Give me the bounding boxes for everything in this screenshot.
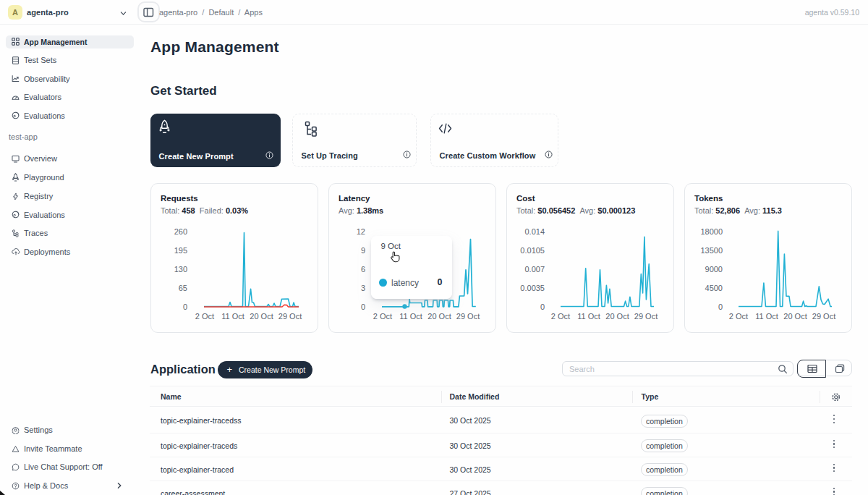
svg-text:18000: 18000 (700, 227, 723, 236)
svg-text:29 Oct: 29 Oct (278, 312, 302, 321)
svg-text:20 Oct: 20 Oct (605, 312, 629, 321)
svg-text:20 Oct: 20 Oct (427, 312, 451, 321)
svg-text:0.0105: 0.0105 (520, 246, 545, 255)
svg-text:29 Oct: 29 Oct (456, 312, 480, 321)
svg-text:11 Oct: 11 Oct (755, 312, 778, 321)
svg-text:11 Oct: 11 Oct (399, 312, 422, 321)
svg-text:0: 0 (183, 302, 187, 311)
svg-text:2 Oct: 2 Oct (195, 312, 214, 321)
svg-text:0.014: 0.014 (524, 227, 545, 236)
svg-text:13500: 13500 (700, 246, 723, 255)
svg-text:0: 0 (540, 302, 545, 311)
svg-text:20 Oct: 20 Oct (250, 312, 273, 321)
svg-text:130: 130 (174, 265, 187, 274)
svg-text:11 Oct: 11 Oct (221, 312, 244, 321)
svg-text:6: 6 (361, 265, 365, 274)
svg-text:65: 65 (179, 284, 187, 292)
svg-text:3: 3 (361, 284, 365, 292)
svg-text:260: 260 (174, 227, 187, 236)
svg-text:2 Oct: 2 Oct (373, 312, 392, 321)
svg-text:0: 0 (718, 302, 723, 311)
svg-text:0.007: 0.007 (524, 265, 545, 274)
svg-text:29 Oct: 29 Oct (634, 312, 658, 321)
svg-text:0.0035: 0.0035 (520, 284, 545, 292)
svg-text:2 Oct: 2 Oct (551, 312, 570, 321)
svg-text:12: 12 (357, 227, 365, 236)
svg-text:9: 9 (361, 246, 365, 255)
svg-text:0: 0 (361, 302, 365, 311)
svg-text:2 Oct: 2 Oct (729, 312, 748, 321)
svg-text:9000: 9000 (705, 265, 723, 274)
svg-text:195: 195 (174, 246, 187, 255)
svg-text:20 Oct: 20 Oct (783, 312, 807, 321)
svg-text:11 Oct: 11 Oct (577, 312, 600, 321)
svg-text:4500: 4500 (705, 284, 723, 292)
svg-text:29 Oct: 29 Oct (812, 312, 835, 321)
